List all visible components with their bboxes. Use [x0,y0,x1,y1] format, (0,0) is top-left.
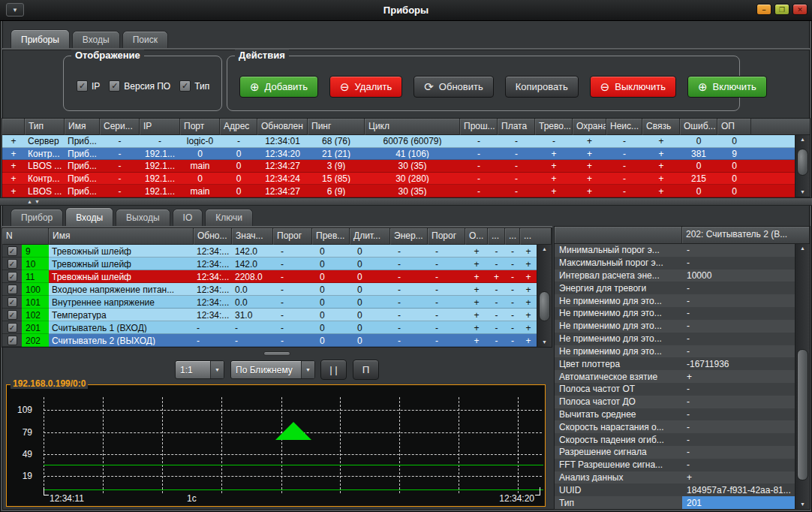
property-value[interactable]: - [682,245,795,254]
scroll-up-icon[interactable]: ▲ [537,245,552,254]
column-header[interactable]: ОП [717,119,751,135]
window-menu-button[interactable]: ▼ [6,3,24,17]
property-value[interactable]: - [682,397,795,406]
row-checkbox[interactable]: ✓ [8,323,17,333]
maximize-button[interactable]: ❐ [774,4,789,15]
action-button[interactable]: ⊖ Выключить [590,76,676,98]
property-value[interactable]: 201 [682,496,795,509]
input-row[interactable]: ✓ 100 Входное напряжение питан... 12:34:… [2,283,537,296]
input-row[interactable]: ✓ 202 Считыватель 2 (ВЫХОД) - - - 0 0 - … [2,334,537,347]
property-value[interactable]: - [682,297,795,306]
column-header[interactable]: Пинг [308,119,365,135]
property-value[interactable]: - [682,423,795,432]
device-row[interactable]: + Контр... Приб... - 192.1... 0 0 12:34:… [2,173,795,185]
property-value[interactable]: - [682,460,795,469]
display-checkbox[interactable]: ✓ Тип [179,80,209,92]
column-header[interactable]: Порт [180,119,220,135]
action-button[interactable]: ⊖ Удалить [329,76,402,98]
column-header[interactable]: Энер... [390,228,428,245]
column-header[interactable]: Связь [642,119,680,135]
device-row[interactable]: + LBOS ... Приб... - 192.1... main 0 12:… [2,185,795,197]
property-row[interactable]: Не применимо для это... - [555,294,795,307]
input-row[interactable]: ✓ 11 Тревожный шлейф 12:34:... 2208.0 - … [2,270,537,283]
close-button[interactable]: ✕ [792,4,807,15]
property-row[interactable]: Не применимо для это... - [555,320,795,333]
column-header[interactable]: Охрана [573,119,606,135]
sub-tab[interactable]: Ключи [205,209,253,226]
column-header[interactable]: Прев... [312,228,350,245]
sub-tab[interactable]: Прибор [11,209,63,226]
plot-splitter[interactable] [2,349,552,358]
property-value[interactable]: - [682,347,795,356]
action-button[interactable]: ⊕ Включить [687,76,767,98]
column-header[interactable]: Адрес [220,119,257,135]
device-row[interactable]: + Контр... Приб... - 192.1... 0 0 12:34:… [2,148,795,161]
property-value[interactable]: - [682,435,795,444]
property-value[interactable]: 10000 [682,271,795,280]
property-value[interactable]: - [682,258,795,267]
scroll-down-icon[interactable]: ▼ [795,188,810,197]
plot-scale-select[interactable]: 1:1 ▼ [175,360,224,379]
column-header[interactable]: ... [488,228,505,245]
devices-scrollbar[interactable]: ▲ ▼ [795,135,810,197]
display-checkbox[interactable]: ✓ IP [77,80,100,92]
property-value[interactable]: - [682,384,795,393]
column-header[interactable]: Имя [49,228,194,245]
property-row[interactable]: Минимальный порог э... - [555,244,795,257]
property-row[interactable]: Вычитать среднее - [555,408,795,421]
main-tab[interactable]: Приборы [11,29,70,48]
device-row[interactable]: + LBOS ... Приб... - 192.1... main 0 12:… [2,160,795,173]
property-row[interactable]: Не применимо для это... - [555,345,795,358]
column-header[interactable]: Порог [428,228,465,245]
sub-tab[interactable]: Выходы [116,209,170,226]
property-value[interactable]: - [682,447,795,456]
plotter-canvas[interactable]: 192.168.0.199/0:0 109 79 49 19 12:34:11 … [6,384,546,507]
property-value[interactable]: + [682,372,795,381]
property-value[interactable]: - [682,309,795,318]
input-row[interactable]: ✓ 10 Тревожный шлейф 12:34:... 142.0 - 0… [2,258,537,270]
column-header[interactable]: Обновлен [257,119,308,135]
property-row[interactable]: Не применимо для это... - [555,307,795,320]
row-checkbox[interactable]: ✓ [8,246,17,256]
column-header[interactable]: Тип [25,119,65,135]
row-checkbox[interactable]: ✓ [8,310,17,320]
inputs-scrollbar[interactable]: ▲ ▼ [537,245,552,347]
horizontal-splitter[interactable]: ▲▼ [0,197,812,206]
property-row[interactable]: Максимальный порог э... - [555,257,795,270]
property-row[interactable]: Не применимо для это... - [555,333,795,345]
column-header[interactable]: Сери... [100,119,140,135]
input-row[interactable]: ✓ 101 Внутреннее напряжение 12:34:... 0.… [2,296,537,309]
property-value[interactable]: - [682,410,795,419]
input-row[interactable]: ✓ 102 Температура 12:34:... 31.0 - 0 0 -… [2,309,537,321]
property-row[interactable]: Цвет плоттера -16711936 [555,357,795,370]
sub-tab[interactable]: Входы [65,207,113,226]
scroll-up-icon[interactable]: ▲ [795,244,810,253]
property-row[interactable]: FFT Разрешение сигна... - [555,459,795,471]
checkbox-checked-icon[interactable]: ✓ [77,80,88,92]
column-header[interactable]: N [2,228,49,245]
property-row[interactable]: Разрешение сигнала - [555,446,795,459]
column-header[interactable]: Имя [65,119,100,135]
row-checkbox[interactable]: ✓ [8,272,17,282]
column-header[interactable]: Ошиб... [680,119,717,135]
splitter-arrows-icon[interactable]: ▲▼ [27,199,42,204]
property-row[interactable]: Скорость нарастания о... - [555,420,795,433]
scroll-down-icon[interactable]: ▼ [537,338,552,347]
sub-tab[interactable]: IO [173,209,203,226]
property-value[interactable]: - [682,321,795,330]
row-checkbox[interactable]: ✓ [8,285,17,294]
row-checkbox[interactable]: ✓ [8,336,17,345]
row-checkbox[interactable]: ✓ [8,259,17,269]
properties-scrollbar[interactable]: ▲ ▼ [795,244,810,509]
splitter-handle[interactable] [263,351,290,356]
scrollbar-thumb[interactable] [797,149,808,176]
column-header[interactable]: Знач... [232,228,273,245]
checkbox-checked-icon[interactable]: ✓ [109,80,120,92]
property-value[interactable]: 184957a7-f931-42aa-81... [682,486,795,495]
main-tab[interactable]: Поиск [122,31,168,48]
column-header[interactable]: IP [140,119,180,135]
column-header[interactable]: Порог [273,228,312,245]
property-row[interactable]: Тип 201 [555,496,795,509]
p-button[interactable]: П [353,360,379,380]
column-header[interactable]: Прош... [460,119,498,135]
